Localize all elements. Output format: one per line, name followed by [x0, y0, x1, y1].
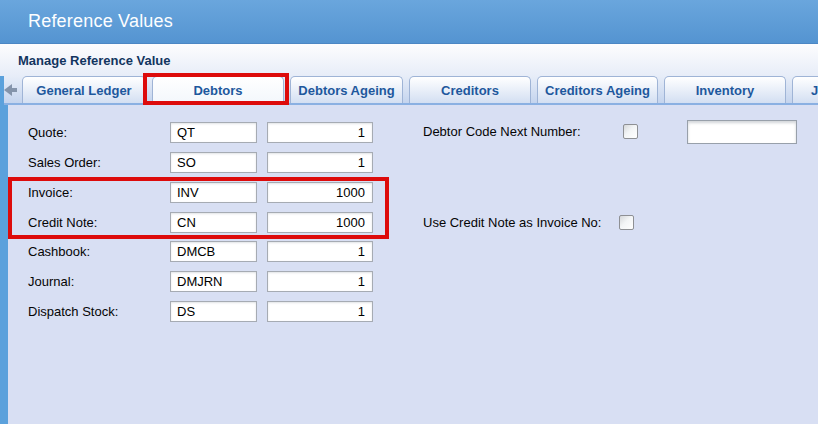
- cashbook-prefix-input[interactable]: [170, 241, 257, 262]
- tab-debtors[interactable]: Debtors: [152, 76, 284, 103]
- manage-header: Manage Reference Value: [0, 44, 818, 76]
- tab-job[interactable]: Job: [792, 76, 818, 103]
- window-title: Reference Values: [28, 11, 173, 32]
- sales-order-number-input[interactable]: [267, 152, 373, 173]
- journal-label: Journal:: [28, 271, 74, 292]
- invoice-number-input[interactable]: [267, 182, 373, 203]
- tab-debtors-ageing[interactable]: Debtors Ageing: [290, 76, 403, 103]
- form-row-debtor-code-next-number: Debtor Code Next Number:: [0, 121, 818, 142]
- window-titlebar: Reference Values: [0, 0, 818, 44]
- form-row-invoice: Invoice:: [0, 182, 818, 203]
- tab-scroll-left-arrow-icon[interactable]: [4, 83, 20, 97]
- form-row-use-credit-note: Use Credit Note as Invoice No:: [0, 212, 818, 233]
- tab-creditors[interactable]: Creditors: [409, 76, 531, 103]
- debtor-code-next-number-label: Debtor Code Next Number:: [423, 121, 581, 142]
- sales-order-label: Sales Order:: [28, 152, 101, 173]
- dispatch-stock-prefix-input[interactable]: [170, 301, 257, 322]
- form-row-sales-order: Sales Order:: [0, 152, 818, 173]
- left-arrow-tail: [12, 88, 17, 92]
- use-credit-note-checkbox[interactable]: [619, 215, 634, 230]
- tab-inventory[interactable]: Inventory: [664, 76, 786, 103]
- journal-prefix-input[interactable]: [170, 271, 257, 292]
- dispatch-stock-label: Dispatch Stock:: [28, 301, 118, 322]
- form-row-dispatch-stock: Dispatch Stock:: [0, 301, 818, 322]
- debtor-code-next-number-checkbox[interactable]: [623, 124, 638, 139]
- left-arrow-icon: [4, 84, 12, 96]
- journal-number-input[interactable]: [267, 271, 373, 292]
- page-title: Manage Reference Value: [18, 53, 170, 68]
- dispatch-stock-number-input[interactable]: [267, 301, 373, 322]
- invoice-prefix-input[interactable]: [170, 182, 257, 203]
- cashbook-number-input[interactable]: [267, 241, 373, 262]
- use-credit-note-label: Use Credit Note as Invoice No:: [423, 212, 601, 233]
- debtor-code-next-number-input[interactable]: [687, 120, 797, 144]
- form-row-journal: Journal:: [0, 271, 818, 292]
- form-row-cashbook: Cashbook:: [0, 241, 818, 262]
- cashbook-label: Cashbook:: [28, 241, 90, 262]
- sales-order-prefix-input[interactable]: [170, 152, 257, 173]
- left-edge-strip-tab: [0, 76, 4, 105]
- tab-strip: General Ledger Debtors Debtors Ageing Cr…: [0, 76, 818, 105]
- invoice-label: Invoice:: [28, 182, 73, 203]
- reference-values-window: Reference Values Manage Reference Value …: [0, 0, 818, 424]
- tab-list: General Ledger Debtors Debtors Ageing Cr…: [22, 76, 818, 103]
- tab-creditors-ageing[interactable]: Creditors Ageing: [537, 76, 658, 103]
- tab-general-ledger[interactable]: General Ledger: [22, 76, 146, 103]
